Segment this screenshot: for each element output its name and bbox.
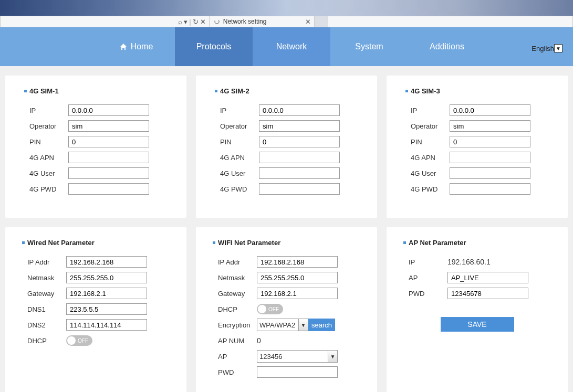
nav-system[interactable]: System bbox=[330, 27, 408, 66]
label-dhcp: DHCP bbox=[27, 337, 66, 345]
label-pin: PIN bbox=[29, 138, 68, 146]
card-sim1: 4G SIM-1 IP Operator PIN 4G APN 4G User … bbox=[5, 76, 186, 218]
chevron-down-icon: ▼ bbox=[298, 319, 308, 331]
card-title-sim1: 4G SIM-1 bbox=[29, 87, 162, 95]
sim1-pin-input[interactable] bbox=[68, 136, 149, 147]
dropdown-icon[interactable]: ▾ bbox=[184, 18, 187, 26]
language-selector[interactable]: English ▼ bbox=[532, 44, 562, 52]
card-sim2: 4G SIM-2 IP Operator PIN 4G APN 4G User … bbox=[196, 76, 377, 218]
wifi-apnum-value: 0 bbox=[257, 336, 261, 345]
search-icon[interactable]: ⌕ bbox=[178, 18, 182, 26]
sim1-user-input[interactable] bbox=[68, 167, 149, 179]
label-gateway: Gateway bbox=[27, 290, 66, 298]
home-icon bbox=[119, 43, 128, 51]
tab-title: Network setting bbox=[223, 18, 267, 25]
chevron-down-icon: ▼ bbox=[328, 351, 337, 362]
card-sim3: 4G SIM-3 IP Operator PIN 4G APN 4G User … bbox=[387, 76, 568, 218]
card-title-sim3: 4G SIM-3 bbox=[411, 87, 544, 95]
card-title-apnet: AP Net Parameter bbox=[409, 239, 546, 247]
stop-icon[interactable]: ✕ bbox=[200, 18, 206, 26]
wifi-ip-input[interactable] bbox=[257, 256, 338, 268]
browser-chrome-top bbox=[0, 0, 573, 16]
label-ap: AP bbox=[218, 353, 257, 361]
label-apn: 4G APN bbox=[29, 154, 68, 162]
label-dns2: DNS2 bbox=[27, 321, 66, 329]
wifi-gateway-input[interactable] bbox=[257, 288, 338, 299]
sim3-apn-input[interactable] bbox=[450, 152, 530, 163]
nav-home-label: Home bbox=[131, 42, 153, 51]
ap-value: 123456 bbox=[259, 353, 282, 361]
label-ip: IP bbox=[29, 107, 68, 114]
sim2-ip-input[interactable] bbox=[259, 104, 340, 116]
sim2-pin-input[interactable] bbox=[259, 136, 340, 147]
wired-netmask-input[interactable] bbox=[66, 272, 147, 283]
label-4guser: 4G User bbox=[29, 169, 68, 177]
nav-network[interactable]: Network bbox=[253, 27, 330, 66]
apnet-pwd-input[interactable] bbox=[447, 288, 528, 299]
language-label: English bbox=[532, 45, 554, 52]
loading-spinner-icon bbox=[214, 18, 220, 25]
address-bar: ⌕ ▾ | ↻ ✕ Network setting ✕ bbox=[0, 16, 573, 27]
toggle-off-label: OFF bbox=[78, 338, 88, 344]
label-ipaddr: IP Addr bbox=[27, 258, 66, 266]
sim1-pwd-input[interactable] bbox=[68, 183, 149, 195]
sim1-apn-input[interactable] bbox=[68, 152, 149, 163]
svg-point-0 bbox=[215, 19, 219, 24]
card-title-sim2: 4G SIM-2 bbox=[220, 87, 353, 95]
wifi-encryption-select[interactable]: WPA/WPA2 ▼ bbox=[257, 319, 308, 331]
label-apnum: AP NUM bbox=[218, 337, 257, 345]
save-button[interactable]: SAVE bbox=[441, 317, 514, 332]
nav-home[interactable]: Home bbox=[97, 27, 175, 66]
wifi-pwd-input[interactable] bbox=[257, 366, 338, 378]
nav-additions[interactable]: Additions bbox=[408, 27, 486, 66]
main-nav: Home Protocols Network System Additions … bbox=[0, 27, 573, 66]
nav-protocols[interactable]: Protocols bbox=[175, 27, 253, 66]
card-title-wired: Wired Net Parameter bbox=[27, 239, 164, 247]
wired-dns1-input[interactable] bbox=[66, 303, 147, 315]
wired-dns2-input[interactable] bbox=[66, 319, 147, 331]
chevron-down-icon: ▼ bbox=[554, 44, 562, 52]
encryption-value: WPA/WPA2 bbox=[259, 321, 295, 329]
refresh-icon[interactable]: ↻ bbox=[193, 18, 199, 26]
apnet-ip-value: 192.168.60.1 bbox=[447, 258, 491, 266]
wifi-ap-select[interactable]: 123456 ▼ bbox=[257, 350, 338, 363]
label-4gpwd: 4G PWD bbox=[29, 185, 68, 193]
sim3-user-input[interactable] bbox=[450, 167, 530, 179]
wired-gateway-input[interactable] bbox=[66, 288, 147, 299]
sim1-ip-input[interactable] bbox=[68, 104, 149, 116]
label-encryption: Encryption bbox=[218, 321, 257, 329]
sim2-user-input[interactable] bbox=[259, 167, 340, 179]
label-dns1: DNS1 bbox=[27, 305, 66, 313]
sim3-ip-input[interactable] bbox=[450, 104, 530, 116]
toggle-knob-icon bbox=[258, 305, 266, 313]
label-pwd: PWD bbox=[218, 368, 257, 376]
card-wifi: WIFI Net Parameter IP Addr Netmask Gatew… bbox=[196, 227, 377, 392]
wired-ip-input[interactable] bbox=[66, 256, 147, 268]
browser-tab[interactable]: Network setting ✕ bbox=[210, 16, 315, 27]
label-netmask: Netmask bbox=[27, 274, 66, 282]
wifi-netmask-input[interactable] bbox=[257, 272, 338, 283]
wifi-search-button[interactable]: search bbox=[308, 319, 335, 331]
toggle-knob-icon bbox=[67, 336, 76, 345]
sim3-operator-input[interactable] bbox=[450, 120, 530, 132]
sim2-pwd-input[interactable] bbox=[259, 183, 340, 195]
sim1-operator-input[interactable] bbox=[68, 120, 149, 132]
apnet-ap-input[interactable] bbox=[447, 272, 528, 283]
sim3-pin-input[interactable] bbox=[450, 136, 530, 147]
card-wired: Wired Net Parameter IP Addr Netmask Gate… bbox=[5, 227, 186, 392]
content-grid: 4G SIM-1 IP Operator PIN 4G APN 4G User … bbox=[0, 66, 573, 392]
address-controls: ⌕ ▾ | ↻ ✕ bbox=[175, 16, 209, 27]
card-apnet: AP Net Parameter IP192.168.60.1 AP PWD S… bbox=[387, 227, 568, 392]
close-tab-icon[interactable]: ✕ bbox=[305, 18, 311, 26]
sim3-pwd-input[interactable] bbox=[450, 183, 530, 195]
card-title-wifi: WIFI Net Parameter bbox=[218, 239, 355, 247]
new-tab-area[interactable] bbox=[315, 16, 328, 27]
label-operator: Operator bbox=[29, 122, 68, 130]
sim2-apn-input[interactable] bbox=[259, 152, 340, 163]
wifi-dhcp-toggle[interactable]: OFF bbox=[257, 304, 283, 314]
sim2-operator-input[interactable] bbox=[259, 120, 340, 132]
wired-dhcp-toggle[interactable]: OFF bbox=[66, 335, 92, 346]
